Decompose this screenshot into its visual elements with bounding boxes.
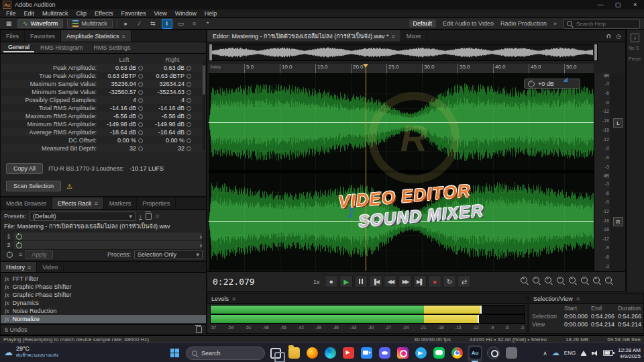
lasso-tool-icon[interactable]: ○ [190,19,199,28]
instagram-app[interactable] [395,345,410,361]
subtab-rms-histogram[interactable]: RMS Histogram [36,44,88,52]
left-channel-badge[interactable]: L [613,118,623,128]
overview-strip[interactable] [209,44,598,61]
info-icon[interactable]: i [631,34,639,42]
menu-edit[interactable]: Edit [20,10,39,17]
save-preset-icon[interactable] [139,213,142,220]
view-duration[interactable]: 0:54.214 [618,321,644,328]
panel-menu-icon[interactable] [122,33,125,40]
clock-icon[interactable] [616,33,621,40]
playback-speed[interactable]: 1x [313,279,320,285]
zoom-in-vertical-icon[interactable] [569,277,576,283]
clear-history-icon[interactable] [196,326,202,333]
speaker-icon[interactable] [592,351,598,356]
selection-duration[interactable]: 0:54.266 [618,313,644,320]
file-explorer-app[interactable] [286,345,301,361]
workspace-overflow-icon[interactable] [553,20,557,27]
menu-window[interactable]: Window [171,10,201,17]
menu-favorites[interactable]: Favorites [117,10,150,17]
loop-playback-button[interactable] [443,275,456,287]
menu-clip[interactable]: Clip [72,10,91,17]
panel-menu-icon[interactable] [28,264,31,271]
apply-button[interactable]: Apply [25,250,53,259]
onedrive-icon[interactable] [552,349,559,357]
zoom-out-vertical-icon[interactable] [581,277,588,283]
power-toggle-icon[interactable] [16,234,22,240]
taskbar-search[interactable]: Search [186,347,265,360]
scan-selection-button[interactable]: Scan Selection [6,181,61,191]
start-button[interactable] [168,345,182,361]
overview-waveform[interactable] [211,46,593,59]
telegram-app[interactable] [413,345,428,361]
youtube-app[interactable] [341,345,356,361]
marker-dot[interactable] [138,138,143,143]
marker-dot[interactable] [138,122,143,127]
zoom-in-icon[interactable] [521,277,527,283]
volume-hud[interactable]: +0 dB [524,79,580,89]
time-selection-tool-icon[interactable]: I [162,19,172,29]
settings-app[interactable] [504,345,519,361]
marker-dot[interactable] [138,82,143,87]
subtab-rms-settings[interactable]: RMS Settings [89,44,136,52]
rewind-button[interactable] [384,275,397,287]
marker-dot[interactable] [138,130,143,135]
history-item[interactable]: Graphic Phase Shifter [1,283,206,291]
search-help-box[interactable] [564,19,640,29]
marker-dot[interactable] [186,114,191,119]
zoom-to-selection-icon[interactable] [593,277,600,283]
level-meter-left[interactable] [210,305,525,314]
menu-view[interactable]: View [150,10,170,17]
tab-properties[interactable]: Properties [137,197,176,209]
task-view-button[interactable] [268,345,283,361]
pause-button[interactable] [354,275,368,287]
razor-tool-icon[interactable]: ∕ [135,19,144,28]
search-help-input[interactable] [575,20,635,28]
rack-list-icon[interactable] [19,251,22,258]
waveform-mode-button[interactable]: ∿ Waveform [17,19,63,28]
timeline-ruler[interactable]: hms 5.010.015.020.025.030.035.040.045.05… [209,64,594,74]
power-toggle-icon[interactable] [16,242,22,248]
menu-effects[interactable]: Effects [91,10,117,17]
stats-scrollbar[interactable] [203,62,205,150]
panel-menu-icon[interactable] [392,33,395,40]
minimize-button[interactable]: — [592,0,609,9]
level-meter-right[interactable] [210,314,525,324]
line-app[interactable] [431,345,446,361]
right-channel-badge[interactable]: R [613,217,623,226]
tab-files[interactable]: Files [1,30,25,42]
marker-dot[interactable] [138,90,143,95]
rack-power-icon[interactable] [7,252,13,258]
edge-app[interactable] [323,345,337,361]
menu-help[interactable]: Help [201,10,221,17]
history-item-selected[interactable]: Normalize [1,315,206,323]
play-button[interactable] [339,275,353,287]
history-item[interactable]: Dynamics [1,299,206,307]
process-dropdown[interactable]: Selection Only [134,250,203,259]
workspace-edit-audio-to-video[interactable]: Edit Audio to Video [443,20,494,27]
workspace-default[interactable]: Default [409,19,437,28]
skip-to-end-button[interactable] [413,275,427,287]
copy-all-button[interactable]: Copy All [6,163,43,174]
move-tool-icon[interactable]: ▸ [121,19,131,28]
tab-media-browser[interactable]: Media Browser [1,197,52,209]
selection-start[interactable]: 0:00.000 [564,313,591,320]
stop-button[interactable] [325,275,338,287]
marker-dot[interactable] [138,98,143,103]
marker-dot[interactable] [186,74,191,79]
record-button[interactable] [428,275,441,287]
effect-slot-2[interactable]: 2 [4,240,203,250]
panel-menu-icon[interactable] [94,200,97,207]
favorite-icon[interactable] [155,213,160,220]
wifi-icon[interactable] [580,351,587,356]
marker-dot[interactable] [186,82,191,87]
panel-menu-icon[interactable] [576,296,580,302]
close-button[interactable]: × [627,0,644,9]
selection-end[interactable]: 0:54.266 [591,313,618,320]
marker-dot[interactable] [186,66,191,71]
multitrack-mode-button[interactable]: Multitrack [67,19,113,28]
audition-app[interactable] [468,345,482,361]
marker-dot[interactable] [138,74,143,79]
tab-mixer[interactable]: Mixer [401,30,427,42]
overview-left-handle[interactable] [209,44,212,60]
chevron-right-icon[interactable] [200,242,202,249]
